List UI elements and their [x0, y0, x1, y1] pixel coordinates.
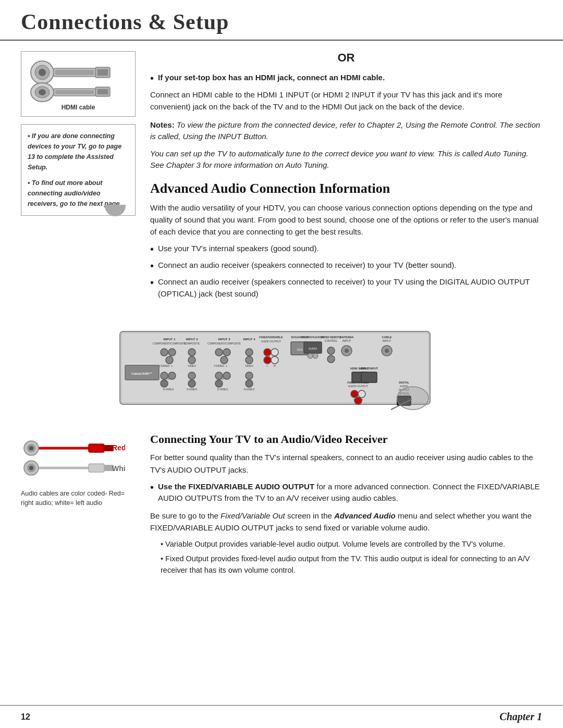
- svg-point-80: [345, 349, 349, 353]
- svg-point-9: [39, 89, 46, 95]
- svg-point-59: [264, 349, 271, 356]
- note-italic-1: Notes: To view the picture from the conn…: [150, 119, 542, 143]
- svg-text:R: R: [167, 377, 169, 380]
- svg-point-25: [161, 372, 168, 379]
- sub-bullet-2-text: • Fixed Output provides fixed-level audi…: [161, 553, 542, 576]
- advanced-audio-heading: Advanced Audio Connection Information: [150, 181, 542, 196]
- bullet-dot-4: •: [150, 276, 154, 300]
- svg-text:CABLE: CABLE: [382, 336, 392, 339]
- svg-point-20: [161, 349, 168, 356]
- svg-point-46: [223, 372, 230, 379]
- hdmi-para: Connect an HDMI cable to the HDMI 1 INPU…: [150, 89, 542, 113]
- svg-text:CableCARD™: CableCARD™: [131, 372, 152, 375]
- svg-point-32: [188, 349, 195, 356]
- main-content: HDMI cable • If you are done connecting …: [0, 41, 563, 314]
- svg-point-62: [271, 356, 278, 364]
- svg-point-71: [308, 353, 313, 359]
- svg-text:S-VIDEO: S-VIDEO: [244, 388, 255, 391]
- svg-text:INPUT 1: INPUT 1: [163, 338, 176, 341]
- svg-text:COMPONENT/COMPOSITE: COMPONENT/COMPOSITE: [153, 342, 187, 345]
- audio-bullet-1-text: Use your TV's internal speakers (good so…: [158, 243, 542, 255]
- tv-panel-svg: CableCARD™ INPUT 1 COMPONENT/COMPOSITE Y…: [115, 324, 448, 415]
- footer-chapter-label: Chapter 1: [499, 711, 542, 723]
- svg-point-55: [246, 380, 253, 387]
- audio-bullet-2: • Connect an audio receiver (speakers co…: [150, 260, 542, 272]
- audio-cable-illustration: Red White: [21, 433, 136, 485]
- right-column: OR • If your set-top box has an HDMI jac…: [150, 51, 542, 304]
- sidebar-note-text: • If you are done connecting devices to …: [28, 131, 129, 209]
- note-arrow-tab: [105, 205, 126, 216]
- svg-text:VIDEO: VIDEO: [245, 364, 253, 367]
- svg-text:CONTROL: CONTROL: [325, 339, 338, 342]
- svg-text:INPUT 2: INPUT 2: [186, 338, 198, 341]
- svg-text:COMPONENT/COMPOSITE: COMPONENT/COMPOSITE: [207, 342, 241, 345]
- note-italic-2: You can set up the TV to automatically t…: [150, 148, 542, 171]
- svg-point-51: [246, 349, 253, 356]
- svg-point-33: [188, 356, 195, 364]
- svg-text:INPUT: INPUT: [383, 339, 391, 342]
- svg-text:L: L: [354, 398, 356, 401]
- svg-rect-6: [97, 69, 108, 76]
- connecting-tv-bullet1: • Use the FIXED/VARIABLE AUDIO OUTPUT fo…: [150, 481, 542, 504]
- svg-point-92: [358, 390, 365, 398]
- svg-point-35: [188, 372, 195, 379]
- hdmi-bullet: • If your set-top box has an HDMI jack, …: [150, 72, 542, 84]
- audio-bullet-3: • Connect an audio receiver (speakers co…: [150, 276, 542, 300]
- svg-text:INPUT 3: INPUT 3: [218, 338, 230, 341]
- svg-text:R: R: [274, 364, 276, 367]
- sub-bullet-2: • Fixed Output provides fixed-level audi…: [161, 553, 542, 576]
- svg-text:AUDIO OUTPUT: AUDIO OUTPUT: [348, 385, 368, 388]
- svg-text:S-VIDEO: S-VIDEO: [217, 388, 228, 391]
- svg-text:HDMI 2 INPUT: HDMI 2 INPUT: [359, 367, 378, 370]
- hdmi-bullet-text: If your set-top box has an HDMI jack, co…: [158, 72, 542, 84]
- svg-text:FIXED/VARIABLE: FIXED/VARIABLE: [347, 381, 369, 384]
- svg-rect-4: [55, 70, 94, 75]
- svg-point-21: [168, 349, 176, 356]
- svg-rect-106: [89, 444, 104, 452]
- sub-bullet-1-text: • Variable Output provides variable-leve…: [161, 539, 505, 550]
- svg-text:ANTENNA: ANTENNA: [340, 336, 354, 339]
- svg-text:L: L: [267, 364, 268, 367]
- cable-caption: Audio cables are color coded- Red= right…: [21, 489, 136, 508]
- or-heading: OR: [150, 51, 542, 65]
- svg-point-91: [351, 390, 358, 398]
- svg-point-76: [327, 355, 335, 363]
- svg-point-2: [39, 69, 46, 76]
- svg-text:AUDIO OUTPUT: AUDIO OUTPUT: [261, 340, 281, 343]
- svg-point-61: [264, 356, 271, 364]
- svg-text:S-VIDEO: S-VIDEO: [187, 388, 198, 391]
- svg-rect-13: [97, 89, 108, 94]
- audio-bullet-2-text: Connect an audio receiver (speakers conn…: [158, 260, 542, 272]
- svg-point-54: [246, 372, 253, 379]
- page-footer: 12 Chapter 1: [0, 705, 563, 728]
- svg-text:White: White: [112, 464, 125, 473]
- svg-text:VIDEO: VIDEO: [188, 364, 196, 367]
- bullet-dot-2: •: [150, 243, 154, 255]
- svg-text:Y/VIDEO: Y/VIDEO: [159, 364, 169, 367]
- svg-text:INPUT 4: INPUT 4: [243, 338, 255, 341]
- bullet-dot-5: •: [150, 481, 154, 504]
- svg-point-72: [313, 353, 318, 359]
- svg-text:VGA: VGA: [297, 348, 303, 351]
- bullet-dot-1: •: [150, 72, 154, 84]
- svg-text:Red: Red: [112, 443, 125, 452]
- advanced-audio-para: With the audio versatility of your HDTV,…: [150, 202, 542, 238]
- svg-text:FIXED/VARIABLE: FIXED/VARIABLE: [259, 336, 283, 339]
- svg-point-36: [188, 380, 195, 387]
- hdmi-label: HDMI cable: [27, 104, 130, 111]
- connecting-tv-bullet1-text: Use the FIXED/VARIABLE AUDIO OUTPUT for …: [158, 481, 542, 504]
- bullet-dot-3: •: [150, 260, 154, 272]
- page-title: Connections & Setup: [21, 9, 542, 40]
- hdmi-cable-box: HDMI cable: [21, 51, 136, 117]
- svg-point-60: [271, 349, 278, 356]
- svg-rect-113: [89, 464, 104, 472]
- svg-point-40: [215, 349, 223, 356]
- svg-point-41: [223, 349, 230, 356]
- svg-text:L: L: [172, 364, 173, 367]
- audio-bullet-1: • Use your TV's internal speakers (good …: [150, 243, 542, 255]
- bottom-right-col: Connecting Your TV to an Audio/Video Rec…: [150, 433, 542, 576]
- footer-page-number: 12: [21, 712, 30, 722]
- svg-point-88: [385, 349, 389, 353]
- svg-text:R: R: [361, 398, 363, 401]
- connecting-tv-para1: For better sound quality than the TV's i…: [150, 451, 542, 476]
